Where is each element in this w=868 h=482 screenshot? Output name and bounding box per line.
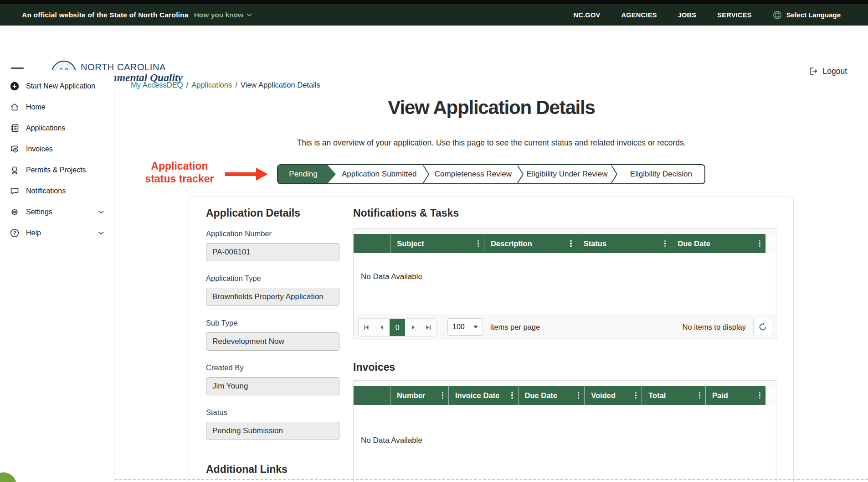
tracker-step-eligibility-decision: Eligibility Decision [618, 165, 704, 183]
sidebar-item-home[interactable]: Home [0, 97, 114, 118]
chevron-down-icon [97, 228, 106, 238]
breadcrumb-link-applications[interactable]: Applications [191, 81, 232, 89]
svg-text:?: ? [13, 230, 16, 236]
column-header-label: Invoice Date [455, 391, 499, 400]
column-header-number[interactable]: Number [390, 386, 448, 405]
settings-icon [9, 207, 20, 218]
field-value-status: Pending Submission [206, 422, 339, 440]
sidebar-item-label: Applications [26, 124, 65, 132]
sidebar-item-start-new-application[interactable]: Start New Application [0, 76, 114, 97]
tracker-step-application-submitted: Application Submitted [336, 165, 422, 183]
column-header-subject[interactable]: Subject [390, 234, 484, 253]
column-menu-icon[interactable] [576, 390, 580, 401]
sidebar-item-notifications[interactable]: Notifications [0, 181, 114, 202]
notifications-icon [9, 186, 20, 197]
topbar-link-nc-gov[interactable]: NC.GOV [574, 11, 601, 19]
dropdown-caret-icon [473, 326, 478, 328]
topbar-left: An official website of the State of Nort… [22, 4, 252, 26]
how-you-know-label: How you know [194, 11, 244, 19]
grid-header-strip [354, 381, 776, 386]
sidebar-item-help[interactable]: ?Help [0, 223, 114, 244]
sidebar-item-label: Help [26, 229, 41, 237]
column-header-voided[interactable]: Voided [584, 386, 642, 405]
column-menu-icon[interactable] [758, 238, 762, 249]
column-menu-icon[interactable] [476, 238, 480, 249]
pager-current-page[interactable]: 0 [390, 319, 405, 336]
annotation-arrow-icon [225, 172, 256, 176]
chevron-down-icon [97, 207, 106, 217]
breadcrumb-link-my-accessdeq[interactable]: My AccessDEQ [131, 81, 183, 89]
no-data-text: No Data Available [361, 436, 422, 445]
topbar-link-agencies[interactable]: AGENCIES [621, 11, 657, 19]
column-menu-icon[interactable] [510, 390, 514, 401]
column-menu-icon[interactable] [441, 390, 445, 401]
pager-last-button[interactable] [421, 319, 436, 336]
sidebar-item-invoices[interactable]: $Invoices [0, 139, 114, 160]
pager-previous-button[interactable] [374, 319, 390, 336]
notifications-tasks-grid: SubjectDescriptionStatusDue DateNo Data … [353, 228, 776, 340]
column-menu-icon[interactable] [634, 390, 638, 401]
column-header-due-date[interactable]: Due Date [518, 386, 585, 405]
grid-body: No Data Available [354, 253, 776, 314]
invoices-icon: $ [9, 144, 20, 155]
pager-first-button[interactable] [359, 319, 374, 336]
field-label-status: Status [206, 408, 227, 417]
sidebar-item-settings[interactable]: Settings [0, 202, 114, 223]
pager-next-button[interactable] [405, 319, 421, 336]
sidebar-item-label: Notifications [26, 187, 66, 195]
window-top-edge [0, 0, 868, 4]
page-size-value: 100 [452, 323, 465, 331]
app-screen: An official website of the State of Nort… [0, 0, 868, 482]
grid-body-filler [769, 253, 776, 314]
grid-pager: 0100items per pageNo items to display [354, 314, 776, 340]
page-size-select[interactable]: 100 [447, 318, 483, 336]
column-menu-icon[interactable] [758, 390, 762, 401]
items-per-page-label: items per page [490, 323, 540, 332]
field-value-application-type: Brownfields Property Application [206, 288, 339, 306]
page-title: View Application Details [115, 97, 868, 119]
grid-lead-column [354, 386, 390, 405]
application-status-tracker: PendingApplication SubmittedCompleteness… [277, 164, 705, 184]
sidebar-item-applications[interactable]: Applications [0, 118, 114, 139]
column-header-description[interactable]: Description [484, 234, 577, 253]
sidebar-item-permits-projects[interactable]: Permits & Projects [0, 160, 114, 181]
grid-scrollbar-filler [765, 386, 776, 405]
column-header-label: Paid [712, 391, 728, 400]
column-header-invoice-date[interactable]: Invoice Date [448, 386, 518, 405]
sidebar-item-label: Home [26, 103, 46, 111]
how-you-know-link[interactable]: How you know [194, 11, 252, 19]
column-header-label: Due Date [678, 239, 710, 248]
permits-icon [9, 165, 20, 176]
field-value-application-number: PA-006101 [206, 243, 339, 261]
globe-icon [773, 10, 782, 20]
column-header-due-date[interactable]: Due Date [671, 234, 765, 253]
help-icon: ? [9, 228, 20, 238]
column-menu-icon[interactable] [698, 390, 702, 401]
column-header-label: Total [648, 391, 666, 400]
column-header-total[interactable]: Total [642, 386, 705, 405]
column-header-paid[interactable]: Paid [705, 386, 765, 405]
field-label-created-by: Created By [206, 363, 244, 372]
refresh-button[interactable] [753, 318, 772, 336]
column-menu-icon[interactable] [663, 238, 667, 249]
topbar-link-services[interactable]: SERVICES [717, 11, 751, 19]
sidebar-item-label: Start New Application [26, 82, 95, 90]
pager-info: No items to display [683, 323, 746, 332]
tracker-step-pending: Pending [278, 165, 336, 183]
pager-nav-group: 0 [358, 318, 437, 337]
column-header-status[interactable]: Status [577, 234, 671, 253]
select-language-button[interactable]: Select Language [773, 10, 841, 20]
chevron-down-icon [247, 13, 252, 17]
status-tracker-annotation: Application status tracker [135, 160, 224, 185]
grid-header-row: SubjectDescriptionStatusDue Date [354, 234, 776, 253]
breadcrumb-current: View Application Details [241, 81, 320, 89]
sidebar-item-label: Invoices [26, 145, 53, 153]
topbar-link-jobs[interactable]: JOBS [678, 11, 697, 19]
plus-circle-icon [9, 81, 20, 92]
column-menu-icon[interactable] [569, 238, 573, 249]
annotation-line1: Application [151, 160, 208, 172]
topbar-right: NC.GOVAGENCIESJOBSSERVICES Select Langua… [574, 4, 841, 26]
tracker-chevron-icon [517, 165, 524, 183]
sidebar-item-label: Permits & Projects [26, 166, 86, 174]
main-content: My AccessDEQ/Applications/View Applicati… [115, 70, 868, 482]
